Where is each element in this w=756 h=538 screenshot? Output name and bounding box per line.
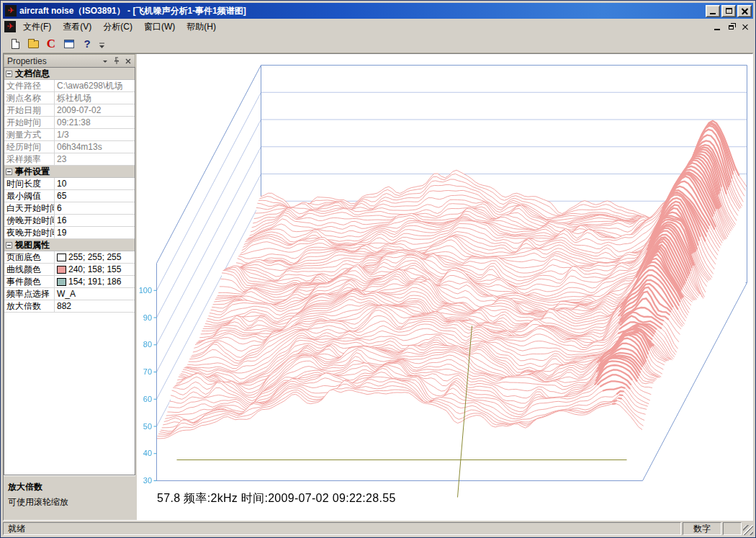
client-area: Properties 文档信息文件路径C:\awa6298\机场测点名称栎社机场… [3,53,753,521]
property-value[interactable]: 154; 191; 186 [55,276,135,287]
property-label: 曲线颜色 [4,264,55,275]
mdi-minimize-button[interactable] [711,22,723,32]
property-value-text: 10 [57,179,66,189]
num-lock-indicator: 数字 [683,522,721,535]
status-extra-panel [723,522,742,535]
new-document-icon [12,39,19,49]
properties-window-icon [64,40,74,48]
close-icon [742,8,748,14]
property-row[interactable]: 时间长度10 [4,178,135,190]
panel-menu-button[interactable] [100,56,110,66]
property-row[interactable]: 曲线颜色240; 158; 155 [4,264,135,276]
panel-pin-button[interactable] [112,56,122,66]
property-value[interactable]: 2009-07-02 [55,104,135,116]
property-row[interactable]: 放大倍数882 [4,300,135,313]
properties-button[interactable] [60,36,78,52]
close-button[interactable] [737,5,752,17]
color-swatch[interactable] [57,278,66,286]
property-value-text: 882 [57,301,71,312]
property-row[interactable]: 测点名称栎社机场 [4,92,135,104]
menu-item-4[interactable]: 帮助(H) [181,19,222,35]
mdi-restore-icon [729,25,734,30]
toolbar-overflow-button[interactable] [98,36,106,52]
minimize-button[interactable] [706,5,720,17]
property-row[interactable]: 频率点选择W_A [4,288,135,300]
property-section-header[interactable]: 事件设置 [4,166,135,178]
property-value[interactable]: 882 [55,300,135,312]
property-value[interactable]: 06h34m13s [55,141,135,153]
waterfall-chart[interactable] [137,54,752,520]
property-value[interactable]: W_A [55,288,135,300]
property-value-text: 65 [57,191,66,202]
panel-close-button[interactable] [123,56,133,66]
property-value[interactable]: 23 [55,153,135,165]
property-row[interactable]: 采样频率23 [4,153,135,166]
maximize-button[interactable] [721,5,736,17]
property-label: 放大倍数 [4,300,55,312]
property-value[interactable]: 240; 158; 155 [55,264,135,275]
property-value-text: 09:21:38 [57,117,91,128]
property-value[interactable]: 19 [55,227,135,238]
property-row[interactable]: 夜晚开始时间19 [4,227,135,239]
collapse-icon[interactable] [6,242,12,248]
property-value[interactable]: 栎社机场 [55,92,135,104]
property-grid: 文档信息文件路径C:\awa6298\机场测点名称栎社机场开始日期2009-07… [4,67,135,475]
menu-item-1[interactable]: 查看(V) [57,19,97,35]
property-label: 测量方式 [4,129,55,140]
property-row[interactable]: 页面底色255; 255; 255 [4,251,135,264]
property-value[interactable]: 16 [55,215,135,226]
property-label: 文件路径 [4,80,55,91]
mdi-close-button[interactable] [739,22,752,32]
property-value-text: 240; 158; 155 [68,264,121,275]
property-value-text: C:\awa6298\机场 [57,81,122,91]
calibrate-button[interactable]: C [42,36,60,52]
property-value-text: 6 [57,203,62,214]
property-value[interactable]: 255; 255; 255 [55,251,135,263]
property-value[interactable]: 09:21:38 [55,117,135,128]
property-row[interactable]: 开始时间09:21:38 [4,117,135,129]
resize-grip[interactable] [743,525,753,535]
property-section-header[interactable]: 文档信息 [4,68,135,80]
help-button[interactable]: ? [78,36,96,52]
property-row[interactable]: 事件颜色154; 191; 186 [4,276,135,288]
menu-item-2[interactable]: 分析(C) [97,19,138,35]
property-value[interactable]: C:\awa6298\机场 [55,80,135,91]
color-swatch[interactable] [57,266,66,274]
property-label: 事件颜色 [4,276,55,287]
collapse-icon[interactable] [6,71,12,77]
property-row[interactable]: 白天开始时间6 [4,202,135,215]
property-label: 采样频率 [4,153,55,165]
property-value-text: W_A [57,289,76,300]
calibrate-icon: C [47,37,55,50]
status-message: 就绪 [3,522,681,535]
property-value[interactable]: 6 [55,202,135,214]
property-value[interactable]: 65 [55,190,135,202]
property-section-header[interactable]: 视图属性 [4,239,135,251]
new-document-button[interactable] [6,36,24,52]
property-value-text: 2009-07-02 [57,105,101,116]
property-row[interactable]: 最小阈值65 [4,190,135,202]
open-file-button[interactable] [24,36,42,52]
help-icon: ? [84,37,90,50]
toolbar-overflow-icon [99,42,104,49]
property-row[interactable]: 傍晚开始时间16 [4,215,135,227]
mdi-restore-button[interactable] [725,22,737,32]
property-label: 夜晚开始时间 [4,227,55,238]
property-row[interactable]: 文件路径C:\awa6298\机场 [4,80,135,92]
property-value-text: 23 [57,154,66,165]
property-row[interactable]: 测量方式1/3 [4,129,135,141]
document-icon[interactable]: ✈ [4,21,16,32]
property-value[interactable]: 1/3 [55,129,135,140]
titlebar[interactable]: ✈ aircraft noise（ISO3891） - [飞机噪声分析1-事件1… [3,3,753,19]
color-swatch[interactable] [57,254,66,261]
menu-item-0[interactable]: 文件(F) [17,19,57,35]
property-row[interactable]: 经历时间06h34m13s [4,141,135,153]
property-label: 最小阈值 [4,190,55,202]
properties-panel-header[interactable]: Properties [4,54,135,67]
panel-close-icon [125,58,131,64]
property-label: 开始日期 [4,104,55,116]
collapse-icon[interactable] [6,169,12,175]
menu-item-3[interactable]: 窗口(W) [138,19,181,35]
property-row[interactable]: 开始日期2009-07-02 [4,104,135,117]
property-value[interactable]: 10 [55,178,135,189]
